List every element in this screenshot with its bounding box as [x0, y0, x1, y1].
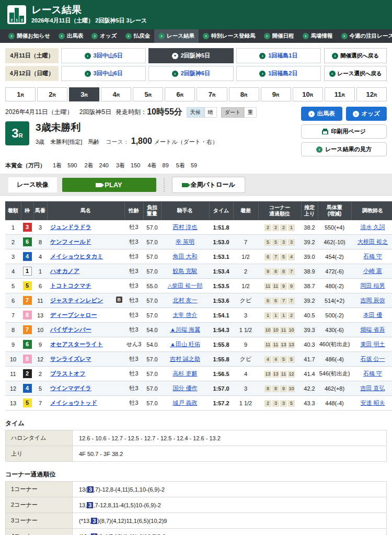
table-row: 10812サンライズレマ牡357.0吉村 誠之助1:55.8クビ445541.7…: [5, 352, 392, 367]
result-guide-button[interactable]: ›レース結果の見方: [301, 142, 387, 156]
jockey-link[interactable]: △柴田 裕一郎: [168, 282, 203, 289]
nav-item[interactable]: ›馬場情報: [298, 29, 337, 43]
jockey-link[interactable]: 城戸 義政: [172, 400, 197, 406]
meeting-button[interactable]: ▼2回阪神5日: [148, 48, 233, 63]
table-row: 1357メイショウトッド牡357.0城戸 義政1:57.21 1/2233543…: [5, 396, 392, 411]
waku-number: 5: [23, 399, 32, 407]
nav-item[interactable]: ›オッズ: [87, 29, 121, 43]
chevron-right-icon: ›: [259, 53, 266, 59]
corner-position-box: 4: [272, 356, 279, 363]
race-tab-2r[interactable]: 2R: [37, 87, 67, 101]
meeting-button[interactable]: ›3回中山6日: [61, 66, 146, 81]
meeting-button[interactable]: ›1回福島1日: [236, 48, 321, 63]
race-tab-7r[interactable]: 7R: [197, 87, 227, 101]
corner-section-title: コーナー通過順位: [5, 470, 387, 479]
back-button[interactable]: ‹レース選択へ戻る: [324, 66, 387, 81]
race-tab-6r[interactable]: 6R: [165, 87, 195, 101]
corner-table: 1コーナー13(3,7)-12,8-(4,11)5,1,10-(6,9)-22コ…: [5, 481, 387, 535]
horse-name-link[interactable]: ケンフィールド: [50, 238, 91, 245]
trainer-link[interactable]: 石橋 守: [363, 253, 382, 259]
trainer-link[interactable]: 岡田 稲男: [360, 282, 385, 289]
race-tab-12r[interactable]: 12R: [356, 87, 387, 101]
jockey-link[interactable]: 北村 友一: [172, 297, 197, 303]
race-tab-5r[interactable]: 5R: [133, 87, 163, 101]
jockey-link[interactable]: 角田 大和: [172, 253, 197, 259]
odds-button[interactable]: ›オッズ: [346, 107, 387, 121]
body-weight: 460(初出走): [318, 337, 351, 352]
horse-name-link[interactable]: ディープシャロー: [50, 312, 97, 318]
horse-name-link[interactable]: サンライズレマ: [50, 356, 91, 362]
last-3f: 40.3: [301, 337, 318, 352]
nav-item[interactable]: ›特別レース登録馬: [199, 29, 260, 43]
trainer-link[interactable]: 大根田 裕之: [358, 238, 388, 245]
trainer-link[interactable]: 畑端 省吾: [360, 326, 385, 333]
trainer-link[interactable]: 清水 久詞: [360, 224, 385, 230]
horse-name-link[interactable]: メイショウトッド: [50, 400, 97, 406]
corner-position-box: 5: [288, 400, 295, 407]
jockey-link[interactable]: 西村 淳也: [172, 224, 197, 230]
trainer-link[interactable]: 吉岡 辰弥: [360, 297, 385, 303]
trainer-link[interactable]: 石橋 守: [363, 370, 382, 377]
trainer-link[interactable]: 小崎 憲: [363, 268, 382, 274]
horse-number: 10: [33, 323, 47, 337]
horse-name-link[interactable]: ウインマデイラ: [50, 385, 91, 391]
horse-name-link[interactable]: ブラストオフ: [50, 370, 86, 377]
table-row: 969オセアスターライトせん354.0▲田山 旺佑1:55.8911111313…: [5, 337, 392, 352]
race-tab-10r[interactable]: 10R: [293, 87, 323, 101]
horse-name-link[interactable]: ハオカノア: [50, 268, 79, 274]
nav-item[interactable]: ›今週の注目レース: [337, 29, 392, 43]
meeting-button[interactable]: ›3回中山5日: [61, 48, 146, 63]
last-3f: 38.7: [301, 279, 318, 293]
race-tab-9r[interactable]: 9R: [261, 87, 291, 101]
race-tab-8r[interactable]: 8R: [229, 87, 259, 101]
column-header: 枠: [21, 201, 33, 220]
jockey-link[interactable]: 幸 英明: [176, 238, 194, 245]
corner-position-box: 1: [280, 312, 287, 319]
margin: 3: [233, 381, 258, 396]
race-tab-1r[interactable]: 1R: [5, 87, 36, 101]
margin: クビ: [233, 352, 258, 367]
race-tab-4r[interactable]: 4R: [101, 87, 131, 101]
jockey-link[interactable]: 吉村 誠之助: [170, 356, 200, 362]
jockey-link[interactable]: 高杉 吏麒: [172, 370, 197, 377]
horse-name-link[interactable]: メイショウヒタカミ: [50, 253, 103, 259]
entries-button[interactable]: ›出馬表: [301, 107, 342, 121]
horse-name-link[interactable]: ジュンドラドラ: [50, 224, 91, 230]
nav-item[interactable]: ›開催お知らせ: [4, 29, 54, 43]
carried-weight: 57.0: [143, 249, 161, 264]
jockey-link[interactable]: 鮫島 克駿: [172, 268, 197, 274]
trainer-link[interactable]: 吉田 直弘: [360, 385, 385, 391]
margin: 1/2: [233, 249, 258, 264]
body-weight: 550(+4): [318, 220, 351, 235]
finish-position: 11: [5, 367, 21, 381]
trainer-link[interactable]: 安達 昭夫: [360, 400, 385, 406]
trainer-link[interactable]: 石坂 公一: [360, 356, 385, 362]
nav-item[interactable]: ›開催日程: [260, 29, 298, 43]
jockey-link[interactable]: 国分 優作: [172, 385, 197, 391]
jockey-link[interactable]: 太宰 啓介: [172, 312, 197, 318]
meeting-button[interactable]: ›1回福島2日: [236, 66, 321, 81]
jockey-link[interactable]: ▲田山 旺佑: [170, 341, 200, 347]
time-row-label: ハロンタイム: [6, 430, 73, 446]
sex-age: 牡3: [124, 279, 143, 293]
trainer-link[interactable]: 東田 明土: [360, 341, 385, 347]
horse-name-link[interactable]: ジャスティンレビン: [50, 297, 103, 303]
meeting-button[interactable]: ›2回阪神6日: [148, 66, 233, 81]
race-tab-3r[interactable]: 3R: [69, 87, 99, 101]
margin: 9: [233, 337, 258, 352]
patrol-video-button[interactable]: 全周パトロール: [172, 177, 245, 193]
nav-item[interactable]: ›レース結果: [154, 29, 199, 43]
horse-name-link[interactable]: オセアスターライト: [50, 341, 103, 347]
back-button[interactable]: ‹開催選択へ戻る: [324, 48, 387, 63]
print-page-button[interactable]: 印刷用ページ: [301, 124, 387, 139]
trainer-link[interactable]: 本田 優: [363, 312, 382, 318]
corner-position-box: 4: [288, 254, 295, 260]
nav-item[interactable]: ›出馬表: [54, 29, 88, 43]
nav-item[interactable]: ›払戻金: [121, 29, 155, 43]
horse-name-link[interactable]: バイザナンバー: [50, 326, 91, 333]
race-tab-11r[interactable]: 11R: [325, 87, 355, 101]
horse-name-link[interactable]: トコトコクマチ: [50, 282, 91, 289]
play-button[interactable]: PLAY: [62, 178, 156, 192]
corner-position-box: 5: [272, 239, 279, 246]
jockey-link[interactable]: ▲川端 海翼: [170, 326, 200, 333]
